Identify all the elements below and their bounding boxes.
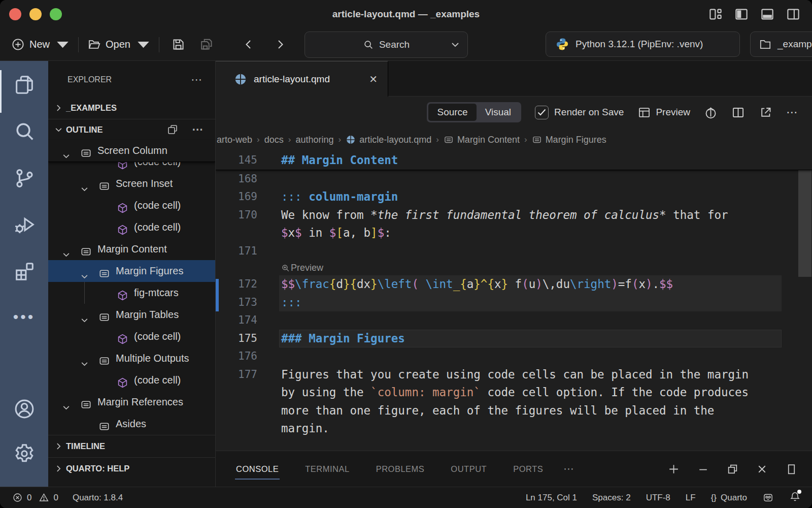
- outline-more-icon[interactable]: ⋯: [192, 123, 204, 136]
- panel-more-icon[interactable]: ⋯: [563, 463, 575, 475]
- source-control-icon[interactable]: [13, 167, 36, 190]
- code-line[interactable]: 172$$\frac{d}{dx}\left( \int_{a}^{x} f(u…: [216, 275, 812, 294]
- outline-item[interactable]: (code cell): [48, 216, 215, 238]
- open-button[interactable]: Open: [87, 38, 150, 51]
- language-mode-status[interactable]: {} Quarto: [711, 493, 747, 503]
- preview-button[interactable]: Preview: [637, 106, 690, 119]
- outline-item[interactable]: fig-mtcars: [48, 282, 215, 304]
- settings-gear-icon[interactable]: [13, 442, 36, 465]
- outline-item[interactable]: (code cell): [48, 162, 215, 173]
- code-line[interactable]: margin.: [216, 420, 812, 438]
- navigate-forward-icon[interactable]: [274, 37, 286, 52]
- outline-item[interactable]: Margin Content: [48, 238, 215, 260]
- code-line[interactable]: 175### Margin Figures: [216, 330, 812, 348]
- code-line[interactable]: by using the `column: margin` code cell …: [216, 384, 812, 402]
- outline-item[interactable]: (code cell): [48, 326, 215, 347]
- code-line[interactable]: 170We know from *the first fundamental t…: [216, 206, 812, 225]
- toggle-bottom-panel-icon[interactable]: [760, 7, 775, 22]
- save-icon[interactable]: [171, 37, 186, 52]
- more-views-icon[interactable]: •••: [13, 307, 36, 330]
- run-debug-icon[interactable]: [13, 213, 36, 237]
- editor-scrollbar[interactable]: [798, 152, 811, 277]
- workspace-selector[interactable]: _examples: [750, 31, 812, 57]
- eol-status[interactable]: LF: [686, 493, 696, 503]
- editor-tab[interactable]: article-layout.qmd ✕: [216, 61, 388, 97]
- breadcrumb-item[interactable]: Margin Figures: [532, 135, 606, 145]
- panel-tab-ports[interactable]: PORTS: [513, 464, 543, 474]
- outline-item[interactable]: Margin References: [48, 391, 215, 413]
- render-on-save-control[interactable]: Render on Save: [535, 106, 624, 119]
- chevron-down-icon[interactable]: [62, 245, 71, 253]
- chevron-down-icon[interactable]: [62, 146, 71, 155]
- toggle-left-panel-icon[interactable]: [734, 7, 749, 22]
- save-all-icon[interactable]: [199, 37, 214, 52]
- chevron-down-icon[interactable]: [80, 267, 89, 275]
- editor-more-actions-icon[interactable]: ⋯: [786, 106, 799, 119]
- navigate-back-icon[interactable]: [243, 37, 255, 52]
- outline-item[interactable]: Margin Figures: [48, 260, 215, 282]
- outline-item[interactable]: (code cell): [48, 195, 215, 216]
- account-icon[interactable]: [13, 397, 36, 421]
- open-external-icon[interactable]: [759, 106, 772, 119]
- panel-tab-problems[interactable]: PROBLEMS: [376, 464, 425, 474]
- outline-item[interactable]: Asides: [48, 413, 215, 435]
- code-line[interactable]: 169::: column-margin: [216, 188, 812, 206]
- code-line[interactable]: 145## Margin Content: [216, 151, 812, 170]
- render-icon[interactable]: [704, 106, 718, 119]
- notifications-bell[interactable]: [789, 491, 801, 505]
- outline-item[interactable]: Multiple Outputs: [48, 347, 215, 369]
- extensions-icon[interactable]: [13, 260, 36, 283]
- breadcrumb-item[interactable]: authoring: [295, 135, 333, 145]
- outline-item[interactable]: (code cell): [48, 369, 215, 391]
- breadcrumb-item[interactable]: docs: [264, 135, 284, 145]
- cursor-position-status[interactable]: Ln 175, Col 1: [526, 493, 577, 503]
- breadcrumb-item[interactable]: Margin Content: [444, 135, 520, 145]
- chevron-down-icon[interactable]: [80, 310, 89, 319]
- panel-layout-icon[interactable]: [785, 463, 798, 475]
- panel-plus-icon[interactable]: [667, 463, 680, 475]
- panel-restore-icon[interactable]: [726, 463, 739, 475]
- close-tab-icon[interactable]: ✕: [369, 73, 378, 85]
- search-view-icon[interactable]: [13, 120, 36, 143]
- split-editor-icon[interactable]: [731, 106, 745, 119]
- encoding-status[interactable]: UTF-8: [646, 493, 670, 503]
- code-line[interactable]: 168: [216, 170, 812, 188]
- code-line[interactable]: more than one figure, each of the figure…: [216, 402, 812, 420]
- global-search-input[interactable]: Search: [304, 31, 468, 58]
- feedback-icon[interactable]: [762, 492, 774, 503]
- explorer-more-icon[interactable]: ⋯: [191, 73, 203, 86]
- panel-tab-console[interactable]: CONSOLE: [236, 464, 279, 474]
- editor-pane[interactable]: 145## Margin Content168169::: column-mar…: [216, 151, 812, 451]
- visual-mode-button[interactable]: Visual: [477, 104, 520, 121]
- quarto-help-section-header[interactable]: QUARTO: HELP: [48, 457, 215, 480]
- problems-status[interactable]: 0 0: [12, 492, 58, 503]
- chevron-down-icon[interactable]: [80, 354, 89, 363]
- panel-tab-terminal[interactable]: TERMINAL: [305, 464, 349, 474]
- math-preview-codelens[interactable]: Preview: [281, 260, 323, 275]
- code-line[interactable]: 174: [216, 311, 812, 330]
- files-section-header[interactable]: _EXAMPLES: [48, 97, 215, 119]
- new-file-button[interactable]: New: [11, 38, 70, 51]
- chevron-down-icon[interactable]: [80, 179, 89, 188]
- outline-item[interactable]: Margin Tables: [48, 304, 215, 326]
- codelens-row[interactable]: Preview: [216, 260, 812, 275]
- toggle-right-panel-icon[interactable]: [786, 7, 801, 22]
- code-line[interactable]: 177Figures that you create using code ce…: [216, 366, 812, 384]
- explorer-icon[interactable]: [13, 73, 36, 97]
- source-mode-button[interactable]: Source: [428, 104, 476, 121]
- code-line[interactable]: 173:::: [216, 294, 812, 312]
- render-on-save-checkbox[interactable]: [535, 106, 549, 119]
- outline-item[interactable]: Screen Column: [48, 140, 215, 162]
- collapse-all-icon[interactable]: [166, 123, 179, 136]
- customize-layout-icon[interactable]: [708, 7, 723, 22]
- panel-tab-output[interactable]: OUTPUT: [451, 464, 487, 474]
- quarto-version-status[interactable]: Quarto: 1.8.4: [73, 493, 123, 503]
- outline-section-header[interactable]: OUTLINE ⋯: [48, 119, 215, 140]
- chevron-down-icon[interactable]: [62, 398, 71, 406]
- timeline-section-header[interactable]: TIMELINE: [48, 435, 215, 457]
- code-line[interactable]: $x$ in $[a, b]$:: [216, 224, 812, 242]
- outline-item[interactable]: Screen Inset: [48, 173, 215, 195]
- interpreter-selector[interactable]: Python 3.12.1 (PipEnv: .venv): [546, 31, 740, 57]
- panel-minimize-icon[interactable]: [697, 463, 709, 475]
- breadcrumb-item[interactable]: article-layout.qmd: [346, 135, 431, 145]
